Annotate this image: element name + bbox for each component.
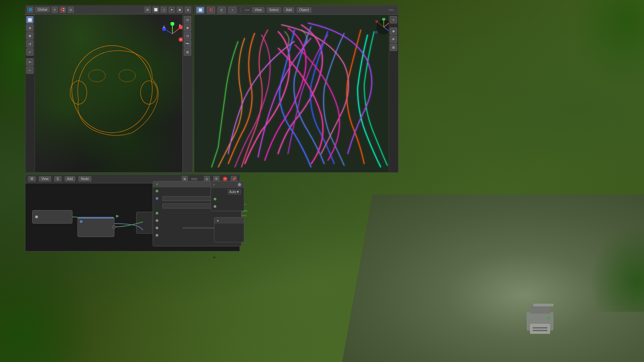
geonodes-socket xyxy=(35,216,38,218)
select-lasso-btn-r[interactable]: ⊏ xyxy=(218,7,226,13)
node-menu-view[interactable]: View xyxy=(39,176,51,181)
measure-tool-btn[interactable]: ↔ xyxy=(26,66,34,74)
viewer-value-socket xyxy=(214,205,216,208)
geometry-socket2 xyxy=(156,212,158,215)
viewer-geometry-row xyxy=(211,195,244,203)
svg-point-33 xyxy=(375,31,378,34)
viewer-auto-row: Auto▼ xyxy=(211,188,244,195)
view-menu-r[interactable]: View xyxy=(252,7,264,12)
vis-icon6[interactable]: ◈ xyxy=(185,7,191,13)
proportional-icon[interactable]: ◎ xyxy=(68,7,74,13)
grid-view-btn[interactable]: ⊞ xyxy=(184,48,191,56)
annotate-tool-btn[interactable]: ✏ xyxy=(26,58,34,66)
node-close-btn[interactable]: ✕ xyxy=(223,177,227,181)
vis-icon3[interactable]: ◻ xyxy=(161,7,167,13)
printer-icon xyxy=(520,302,560,342)
svg-text:Z: Z xyxy=(163,25,165,28)
leaf-decoration-bl xyxy=(0,245,101,362)
node-menu-add[interactable]: Add xyxy=(65,176,75,181)
svg-rect-3 xyxy=(533,327,547,328)
transform-selector-r[interactable] xyxy=(389,9,393,11)
separate-output-socket xyxy=(112,225,116,229)
svg-point-9 xyxy=(141,81,157,104)
svg-text:Y: Y xyxy=(383,18,385,19)
camera-view-btn[interactable]: 📷 xyxy=(184,40,191,48)
separate-node[interactable] xyxy=(77,217,114,237)
pivot-icon[interactable]: ⊙ xyxy=(52,7,58,13)
viewport-right: ⬜ ⭕ ⊏ + View Select Add Object xyxy=(194,5,398,173)
camera-btn-r[interactable]: 👁 xyxy=(390,36,397,43)
axis-handle-group: X Y Z xyxy=(162,22,182,47)
svg-text:Y: Y xyxy=(171,22,173,24)
vector-socket xyxy=(80,220,83,223)
node-menu-s[interactable]: S xyxy=(54,176,61,181)
select-menu-r[interactable]: Select xyxy=(267,7,281,12)
geonodes-node[interactable] xyxy=(32,210,72,224)
x-handle[interactable]: ✕ xyxy=(178,37,183,42)
svg-point-26 xyxy=(375,20,378,23)
selection-socket xyxy=(156,219,158,222)
viewport-left-content: X Y Z ✕ xyxy=(35,5,193,172)
viewer-geom-socket xyxy=(214,198,216,200)
group-input-panel: ▼ xyxy=(214,217,244,242)
geometry-label xyxy=(213,257,216,258)
select-box-btn-r[interactable]: ⬜ xyxy=(196,7,204,13)
node-menu-m[interactable]: M xyxy=(28,176,36,181)
svg-point-5 xyxy=(547,316,550,320)
svg-point-7 xyxy=(72,46,152,133)
separate-node-row-vector xyxy=(78,219,114,225)
select-tool-btn[interactable]: ⬜ xyxy=(26,16,34,23)
viewer-value-row xyxy=(211,203,244,210)
viewport-left: | ⬜ ⊕ ✥ ↺ ⤢ ✏ ↔ X xyxy=(25,5,193,173)
select-more-btn-r[interactable]: + xyxy=(228,7,236,13)
scale-tool-btn[interactable]: ⤢ xyxy=(26,48,34,56)
object-menu-r[interactable]: Object xyxy=(297,7,311,12)
arrow-connector: ▶ xyxy=(116,214,119,218)
viewer-header: ✓ ⚙ xyxy=(211,181,244,188)
right-side-toolbar-r: + ✥ 👁 ⊞ xyxy=(389,15,398,172)
pan-btn-r[interactable]: ✥ xyxy=(390,27,397,35)
left-tool-panel: ⬜ ⊕ ✥ ↺ ⤢ ✏ ↔ xyxy=(25,15,35,172)
mode-selector-r[interactable] xyxy=(245,9,250,11)
vector-in-socket xyxy=(156,197,158,200)
vis-icon1[interactable]: ⊞ xyxy=(145,7,151,13)
group-input-consistent-row xyxy=(214,231,244,238)
vines-tab[interactable] xyxy=(191,178,197,180)
view-move-btn[interactable]: ✥ xyxy=(184,24,191,32)
move-tool-btn[interactable]: ✥ xyxy=(26,32,34,40)
svg-text:X: X xyxy=(179,23,181,27)
zoom-in-btn-r[interactable]: + xyxy=(390,16,397,23)
cursor-tool-btn[interactable]: ⊕ xyxy=(26,24,34,32)
vis-icon5[interactable]: ◉ xyxy=(177,7,183,13)
node-menu-node[interactable]: Node xyxy=(78,176,91,181)
svg-point-10 xyxy=(89,70,105,82)
view-perspective-btn[interactable]: ⊙ xyxy=(184,16,191,23)
viewer-settings-btn[interactable]: ⚙ xyxy=(237,182,242,187)
right-tool-panel: ⊙ ✥ ↺ 📷 ⊞ xyxy=(182,15,193,172)
value-socket xyxy=(156,234,158,237)
vis-icon2[interactable]: ⬜ xyxy=(153,7,159,13)
svg-rect-1 xyxy=(530,305,550,314)
svg-rect-4 xyxy=(533,330,547,331)
grid-btn-r[interactable]: ⊞ xyxy=(390,44,397,51)
viewport-right-toolbar: ⬜ ⭕ ⊏ + View Select Add Object xyxy=(194,5,398,15)
snap-icon[interactable]: 🧲 xyxy=(60,7,66,13)
rotate-tool-btn[interactable]: ↺ xyxy=(26,40,34,48)
add-menu-r[interactable]: Add xyxy=(283,7,294,12)
vis-icon4[interactable]: ● xyxy=(169,7,175,13)
name-socket xyxy=(156,227,158,229)
viewer-panel: ✓ ⚙ Auto▼ xyxy=(211,181,244,211)
svg-point-11 xyxy=(119,70,136,82)
leaf-decoration-br xyxy=(577,211,644,312)
geometry-in-socket xyxy=(156,190,158,192)
group-input-header: ▼ xyxy=(214,218,244,224)
group-input-m-row xyxy=(214,224,244,231)
global-icon[interactable]: 🌐 xyxy=(27,7,33,13)
view-rotate-btn[interactable]: ↺ xyxy=(184,32,191,40)
svg-rect-2 xyxy=(530,324,550,334)
auto-dropdown[interactable]: Auto▼ xyxy=(228,189,241,194)
svg-rect-6 xyxy=(533,304,553,306)
select-circle-btn-r[interactable]: ⭕ xyxy=(207,7,215,13)
hair-visualization: X Y Z ✕ xyxy=(194,15,398,172)
global-btn[interactable]: Global xyxy=(35,7,50,12)
